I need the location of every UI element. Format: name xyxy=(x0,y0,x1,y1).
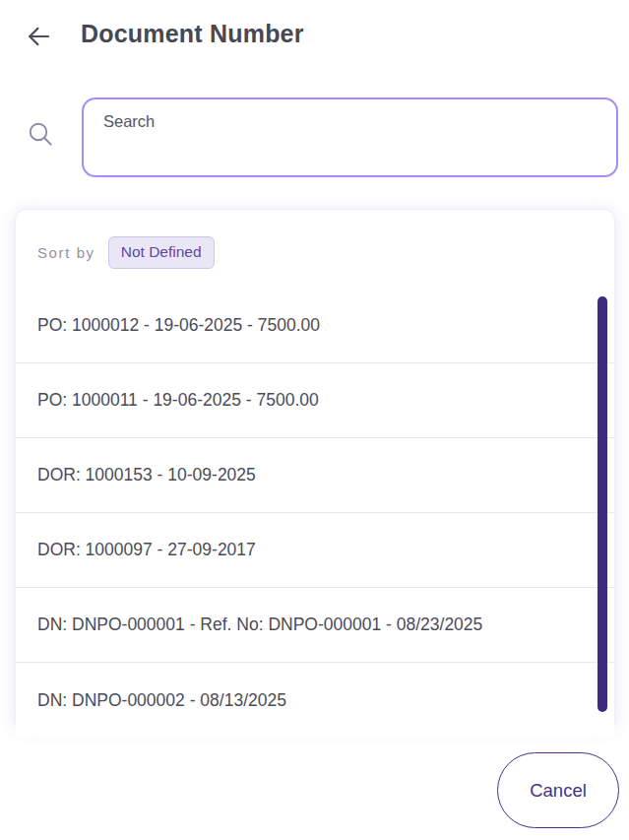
list-item[interactable]: PO: 1000012 - 19-06-2025 - 7500.00 xyxy=(16,289,614,363)
sort-by-label: Sort by xyxy=(37,244,95,261)
sort-row: Sort by Not Defined xyxy=(16,210,614,269)
document-list-card: Sort by Not Defined PO: 1000012 - 19-06-… xyxy=(15,209,615,729)
list-item[interactable]: PO: 1000011 - 19-06-2025 - 7500.00 xyxy=(16,363,614,438)
list-item[interactable]: DOR: 1000153 - 10-09-2025 xyxy=(16,438,614,513)
list-item[interactable]: DN: DNPO-000002 - 08/13/2025 xyxy=(16,663,614,738)
list-item[interactable]: DOR: 1000097 - 27-09-2017 xyxy=(16,513,614,588)
cancel-button[interactable]: Cancel xyxy=(497,752,619,828)
sort-value-chip[interactable]: Not Defined xyxy=(108,236,215,269)
page-title: Document Number xyxy=(81,20,304,48)
scrollbar-thumb[interactable] xyxy=(598,296,607,712)
arrow-left-icon xyxy=(24,22,53,51)
search-icon xyxy=(25,117,56,151)
header: Document Number xyxy=(0,0,629,71)
list-item[interactable]: DN: DNPO-000001 - Ref. No: DNPO-000001 -… xyxy=(16,588,614,663)
search-input[interactable] xyxy=(82,97,618,177)
back-button[interactable] xyxy=(22,20,55,53)
document-list: PO: 1000012 - 19-06-2025 - 7500.00 PO: 1… xyxy=(16,289,614,738)
